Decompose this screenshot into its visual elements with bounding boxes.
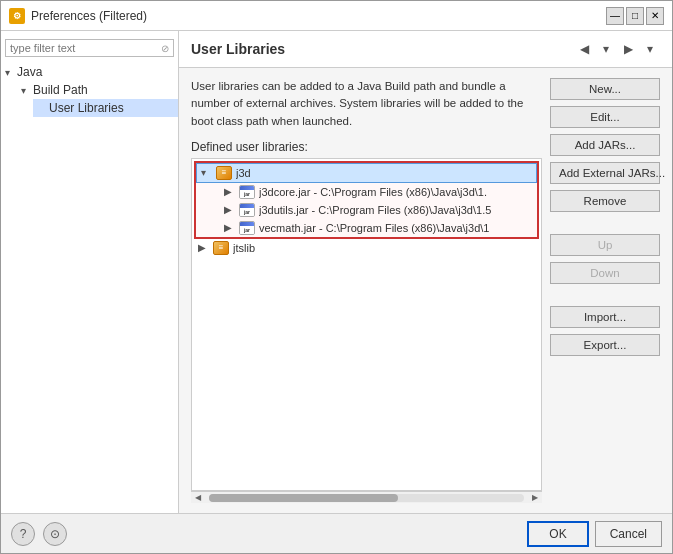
jar-chevron-icon: ▶ <box>224 186 238 197</box>
jtslib-name: jtslib <box>233 242 255 254</box>
up-button[interactable]: Up <box>550 234 660 256</box>
cancel-button[interactable]: Cancel <box>595 521 662 547</box>
content-area: User libraries can be added to a Java Bu… <box>191 78 542 503</box>
ok-button[interactable]: OK <box>527 521 588 547</box>
library-icon <box>212 241 230 255</box>
clear-search-icon[interactable]: ⊘ <box>161 43 169 54</box>
vecmath-row[interactable]: ▶ jar v <box>196 219 537 237</box>
spacer-icon <box>37 103 49 114</box>
action-buttons: New... Edit... Add JARs... Add External … <box>550 78 660 503</box>
panel-body: User libraries can be added to a Java Bu… <box>179 68 672 513</box>
nav-back-button[interactable]: ◀ <box>574 39 594 59</box>
j3dutils-row[interactable]: ▶ jar j <box>196 201 537 219</box>
nav-forward-button[interactable]: ▶ <box>618 39 638 59</box>
scroll-right-button[interactable]: ▶ <box>528 492 542 504</box>
panel-title: User Libraries <box>191 41 285 57</box>
scroll-track <box>209 494 524 502</box>
buildpath-label: Build Path <box>33 83 88 97</box>
vecmath-path: vecmath.jar - C:\Program Files (x86)\Jav… <box>259 222 489 234</box>
jtslib-chevron-icon: ▶ <box>198 242 212 253</box>
defined-label: Defined user libraries: <box>191 140 542 154</box>
search-box[interactable]: ⊘ <box>5 39 174 57</box>
scroll-left-button[interactable]: ◀ <box>191 492 205 504</box>
help-button[interactable]: ? <box>11 522 35 546</box>
j3dcore-row[interactable]: ▶ jar j <box>196 183 537 201</box>
export-button[interactable]: Export... <box>550 334 660 356</box>
j3d-name: j3d <box>236 167 251 179</box>
new-button[interactable]: New... <box>550 78 660 100</box>
minimize-button[interactable]: — <box>606 7 624 25</box>
jar-icon: jar <box>238 203 256 217</box>
jar-chevron-icon: ▶ <box>224 204 238 215</box>
search-input[interactable] <box>10 42 161 54</box>
chevron-down-icon: ▾ <box>21 85 33 96</box>
library-j3d[interactable]: ▾ j3d ▶ <box>194 161 539 239</box>
panel-header: User Libraries ◀ ▾ ▶ ▾ <box>179 31 672 68</box>
jar-icon: jar <box>238 185 256 199</box>
maximize-button[interactable]: □ <box>626 7 644 25</box>
scroll-thumb[interactable] <box>209 494 398 502</box>
chevron-down-icon: ▾ <box>5 67 17 78</box>
add-jars-button[interactable]: Add JARs... <box>550 134 660 156</box>
close-button[interactable]: ✕ <box>646 7 664 25</box>
add-external-jars-button[interactable]: Add External JARs... <box>550 162 660 184</box>
jar-chevron-icon: ▶ <box>224 222 238 233</box>
tree-item-java[interactable]: ▾ Java <box>1 63 178 81</box>
window-title: Preferences (Filtered) <box>31 9 147 23</box>
j3dutils-path: j3dutils.jar - C:\Program Files (x86)\Ja… <box>259 204 491 216</box>
down-button[interactable]: Down <box>550 262 660 284</box>
window-icon: ⚙ <box>9 8 25 24</box>
j3d-chevron-icon: ▾ <box>201 167 215 178</box>
remove-button[interactable]: Remove <box>550 190 660 212</box>
j3dcore-path: j3dcore.jar - C:\Program Files (x86)\Jav… <box>259 186 487 198</box>
tree-item-userlibraries[interactable]: User Libraries <box>33 99 178 117</box>
library-icon <box>215 166 233 180</box>
edit-button[interactable]: Edit... <box>550 106 660 128</box>
tree: ▾ Java ▾ Build Path User Libraries <box>1 61 178 119</box>
jar-icon: jar <box>238 221 256 235</box>
bottom-bar: ? ⊙ OK Cancel <box>1 513 672 553</box>
right-panel: User Libraries ◀ ▾ ▶ ▾ User libraries ca… <box>179 31 672 513</box>
libraries-tree[interactable]: ▾ j3d ▶ <box>191 158 542 491</box>
horizontal-scrollbar[interactable]: ◀ ▶ <box>191 491 542 503</box>
tree-item-buildpath[interactable]: ▾ Build Path <box>17 81 178 99</box>
nav-back-dropdown-button[interactable]: ▾ <box>596 39 616 59</box>
sidebar: ⊘ ▾ Java ▾ Build Path User Libraries <box>1 31 179 513</box>
info-button[interactable]: ⊙ <box>43 522 67 546</box>
userlibraries-label: User Libraries <box>49 101 124 115</box>
import-button[interactable]: Import... <box>550 306 660 328</box>
java-label: Java <box>17 65 42 79</box>
title-bar: ⚙ Preferences (Filtered) — □ ✕ <box>1 1 672 31</box>
description-text: User libraries can be added to a Java Bu… <box>191 78 542 130</box>
j3d-row[interactable]: ▾ j3d <box>196 163 537 183</box>
preferences-window: ⚙ Preferences (Filtered) — □ ✕ ⊘ ▾ Java <box>0 0 673 554</box>
nav-forward-dropdown-button[interactable]: ▾ <box>640 39 660 59</box>
library-jtslib[interactable]: ▶ jtslib <box>194 239 539 257</box>
